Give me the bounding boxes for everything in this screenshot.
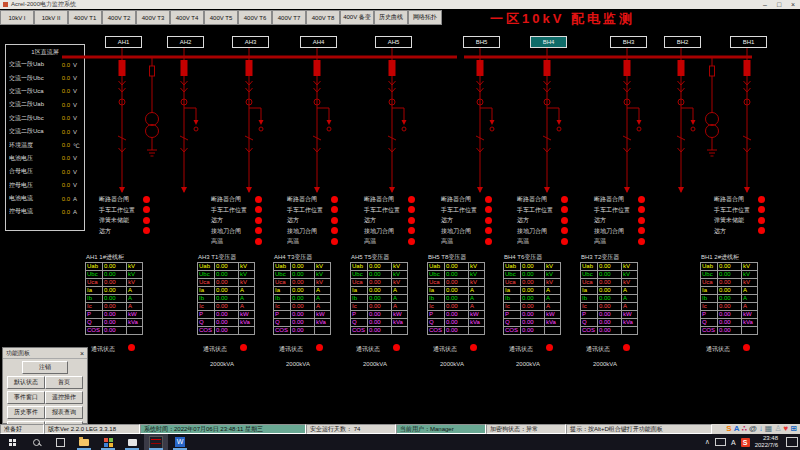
bus-label-ah4[interactable]: AH4 (300, 36, 337, 48)
dc-row: 交流一段Uab0.0V (6, 58, 84, 71)
bus-label-bh3[interactable]: BH3 (610, 36, 647, 48)
sogou-icon[interactable]: S (726, 424, 731, 434)
tab-10kv-i[interactable]: 10kV I (0, 10, 34, 25)
bus-label-bh5[interactable]: BH5 (463, 36, 500, 48)
close-button[interactable]: × (786, 0, 800, 9)
bus-label-bh4[interactable]: BH4 (530, 36, 567, 48)
bus-label-ah1[interactable]: AH1 (105, 36, 142, 48)
fp-button-遥控操作[interactable]: 遥控操作 (45, 391, 83, 404)
taskbar-icon-file-explorer[interactable] (72, 434, 96, 450)
meter-label: P (351, 311, 368, 319)
minimize-button[interactable]: – (758, 0, 772, 9)
fp-button-报表查询[interactable]: 报表查询 (45, 406, 83, 419)
sogou-ime-icon[interactable]: S (741, 438, 750, 447)
meter-unit: kV (622, 271, 638, 279)
meter-unit: kVa (469, 319, 485, 327)
tab-400v-备变[interactable]: 400V 备变 (340, 10, 374, 25)
fp-button-事件窗口[interactable]: 事件窗口 (7, 391, 45, 404)
bus-label-ah2[interactable]: AH2 (167, 36, 204, 48)
meter-value: 0.00 (368, 311, 392, 319)
tab-历史曲线[interactable]: 历史曲线 (374, 10, 408, 25)
download-icon[interactable]: ↓ (759, 424, 763, 434)
function-panel-close-icon[interactable]: × (80, 350, 84, 357)
tray-expand-icon[interactable]: ∧ (705, 438, 710, 446)
fp-button-默认状态[interactable]: 默认状态 (7, 376, 45, 389)
meter-value: 0.00 (718, 327, 742, 335)
meter-unit (622, 327, 638, 335)
dots-icon[interactable]: ∴ (741, 424, 747, 434)
bus-label-ah5[interactable]: AH5 (375, 36, 412, 48)
meter-value: 0.00 (521, 287, 545, 295)
taskbar-icon-start[interactable] (0, 434, 24, 450)
chat-icon (128, 439, 137, 446)
status-bar: 准备好版本Ver 2.2.0 LEG 3.3.18系统时间：2022年07月06… (0, 424, 800, 434)
fp-button-首页[interactable]: 首页 (45, 376, 83, 389)
meter-label: Ic (581, 303, 598, 311)
taskbar-icon-office[interactable] (96, 434, 120, 450)
meter-unit: kV (545, 271, 561, 279)
meter-unit: kV (545, 279, 561, 287)
heart-icon[interactable]: ♥ (784, 424, 789, 434)
meter-value: 0.00 (718, 287, 742, 295)
status-indicator-dot (485, 238, 492, 245)
taskbar-icon-scada[interactable] (144, 434, 168, 450)
meter-value: 0.00 (445, 303, 469, 311)
meter-value: 0.00 (598, 311, 622, 319)
taskbar-icon-chat[interactable] (120, 434, 144, 450)
tab-400v-t3[interactable]: 400V T3 (136, 10, 170, 25)
meter-unit: kV (469, 279, 485, 287)
fp-button-历史事件[interactable]: 历史事件 (7, 406, 45, 419)
status-indicator-dot (331, 196, 338, 203)
meter-unit: kW (469, 311, 485, 319)
tab-400v-t6[interactable]: 400V T6 (238, 10, 272, 25)
pawn-icon[interactable]: ♙ (774, 424, 781, 434)
bus-label-bh2[interactable]: BH2 (664, 36, 701, 48)
taskbar-icon-task-view[interactable] (48, 434, 72, 450)
status-item-label: 高温 (287, 238, 299, 245)
touch-keyboard-icon[interactable] (715, 438, 726, 446)
tab-10kv-ii[interactable]: 10kV II (34, 10, 68, 25)
transformer-capacity: 2000kVA (286, 361, 310, 367)
meter-label: Ib (581, 295, 598, 303)
taskbar-icon-search[interactable] (24, 434, 48, 450)
meter-unit: kVa (239, 319, 255, 327)
comm-status-label: 通讯状态 (91, 345, 115, 354)
meter-label: Ic (351, 303, 368, 311)
meter-unit: kV (742, 279, 758, 287)
app-a-icon[interactable]: A (734, 424, 740, 434)
meter-unit: kV (392, 271, 408, 279)
taskbar-icon-word[interactable]: W (168, 434, 192, 450)
tab-400v-t2[interactable]: 400V T2 (102, 10, 136, 25)
meter-label: Ia (274, 287, 291, 295)
meter-unit (545, 327, 561, 335)
meter-label: Uab (701, 263, 718, 271)
tab-400v-t4[interactable]: 400V T4 (170, 10, 204, 25)
clock[interactable]: 23:48 2022/7/6 (755, 435, 778, 449)
windows-icon[interactable]: ⊞ (790, 424, 797, 434)
status-item-label: 远方 (99, 228, 111, 235)
tab-400v-t7[interactable]: 400V T7 (272, 10, 306, 25)
at-icon[interactable]: @ (749, 424, 757, 434)
measurement-table: Uab0.00kVUbc0.00kVUca0.00kVIa0.00AIb0.00… (503, 262, 561, 335)
comm-status-dot (470, 344, 477, 351)
grid-icon[interactable]: ▦ (765, 424, 773, 434)
meter-label: Ia (198, 287, 215, 295)
tab-400v-t8[interactable]: 400V T8 (306, 10, 340, 25)
meter-value: 0.00 (521, 303, 545, 311)
bus-label-bh1[interactable]: BH1 (730, 36, 767, 48)
tab-400v-t5[interactable]: 400V T5 (204, 10, 238, 25)
meter-value: 0.00 (215, 279, 239, 287)
table-title: AH5 T5变压器 (351, 253, 389, 262)
bus-label-ah3[interactable]: AH3 (232, 36, 269, 48)
ime-indicator[interactable]: A (731, 439, 736, 446)
meter-value: 0.00 (598, 287, 622, 295)
tab-400v-t1[interactable]: 400V T1 (68, 10, 102, 25)
logout-button[interactable]: 注销 (22, 361, 68, 374)
maximize-button[interactable]: □ (772, 0, 786, 9)
dc-row-value: 0.0 (57, 62, 70, 68)
tab-网络拓扑[interactable]: 网络拓扑 (408, 10, 442, 25)
meter-label: Uca (351, 279, 368, 287)
dc-row-value: 0.0 (57, 75, 70, 81)
meter-unit: A (392, 303, 408, 311)
notification-center-icon[interactable] (786, 437, 798, 447)
